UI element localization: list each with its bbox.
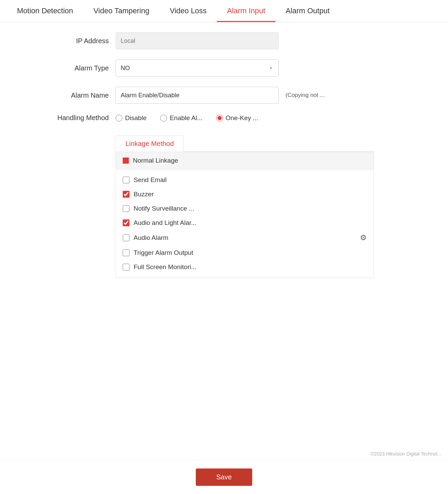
checkbox-label-notify-surveillance: Notify Surveillance ... <box>134 205 367 212</box>
checkbox-item-full-screen-monitor: Full Screen Monitori... <box>123 260 367 274</box>
tab-video-tampering[interactable]: Video Tampering <box>83 0 159 22</box>
checkbox-item-audio-light-alarm: Audio and Light Alar... <box>123 216 367 230</box>
radio-disable[interactable]: Disable <box>116 114 147 122</box>
checkbox-list: Send EmailBuzzerNotify Surveillance ...A… <box>116 169 374 278</box>
checkbox-item-buzzer: Buzzer <box>123 187 367 201</box>
linkage-panel: Linkage Method Normal Linkage Send Email… <box>116 135 374 278</box>
normal-linkage-label: Normal Linkage <box>133 157 178 164</box>
linkage-method-row: Linkage Method Normal Linkage Send Email… <box>116 132 448 278</box>
checkbox-item-trigger-alarm-output: Trigger Alarm Output <box>123 246 367 260</box>
checkbox-label-buzzer: Buzzer <box>134 191 367 198</box>
linkage-method-tab[interactable]: Linkage Method <box>116 135 184 152</box>
radio-one-key[interactable]: One-Key ... <box>216 114 258 122</box>
checkbox-item-audio-alarm: Audio Alarm⚙ <box>123 230 367 246</box>
checkbox-full-screen-monitor[interactable] <box>123 264 130 270</box>
copy-note: (Copying not ... <box>286 92 325 99</box>
alarm-name-label: Alarm Name <box>34 92 116 99</box>
ip-address-control <box>116 32 279 49</box>
checkbox-label-audio-alarm: Audio Alarm <box>134 234 356 242</box>
checkbox-item-notify-surveillance: Notify Surveillance ... <box>123 201 367 216</box>
checkbox-label-audio-light-alarm: Audio and Light Alar... <box>134 219 367 227</box>
handling-method-row: Handling Method DisableEnable Al...One-K… <box>34 114 448 122</box>
tab-alarm-output[interactable]: Alarm Output <box>275 0 340 22</box>
alarm-type-control: NONC <box>116 60 279 77</box>
checkbox-item-send-email: Send Email <box>123 173 367 187</box>
tab-bar: Motion DetectionVideo TamperingVideo Los… <box>0 0 448 22</box>
handling-method-label: Handling Method <box>34 114 116 122</box>
checkbox-trigger-alarm-output[interactable] <box>123 249 130 256</box>
alarm-type-row: Alarm Type NONC <box>34 60 448 77</box>
checkbox-label-trigger-alarm-output: Trigger Alarm Output <box>134 249 367 257</box>
alarm-type-select[interactable]: NONC <box>116 60 279 77</box>
form-area: IP Address Alarm Type NONC Alarm Name (C… <box>0 22 448 298</box>
checkbox-buzzer[interactable] <box>123 191 130 198</box>
handling-method-control: DisableEnable Al...One-Key ... <box>116 114 258 122</box>
alarm-name-row: Alarm Name (Copying not ... <box>34 87 448 104</box>
save-area: Save <box>0 460 448 494</box>
tab-alarm-input[interactable]: Alarm Input <box>217 0 276 22</box>
save-button[interactable]: Save <box>196 468 252 486</box>
linkage-body: Normal Linkage Send EmailBuzzerNotify Su… <box>116 152 374 278</box>
checkbox-notify-surveillance[interactable] <box>123 205 130 212</box>
ip-address-input[interactable] <box>116 32 279 49</box>
checkbox-audio-light-alarm[interactable] <box>123 219 130 226</box>
alarm-name-input[interactable] <box>116 87 279 104</box>
linkage-tab-bar: Linkage Method <box>116 135 374 152</box>
checkbox-audio-alarm[interactable] <box>123 234 130 241</box>
checkbox-label-send-email: Send Email <box>134 176 367 184</box>
normal-linkage-header: Normal Linkage <box>116 152 374 169</box>
checkbox-label-full-screen-monitor: Full Screen Monitori... <box>134 263 367 271</box>
normal-linkage-icon <box>123 158 129 164</box>
ip-address-label: IP Address <box>34 37 116 45</box>
ip-address-row: IP Address <box>34 32 448 49</box>
footer-copyright: ©2023 Hikvision Digital Technol... <box>371 451 441 457</box>
checkbox-send-email[interactable] <box>123 177 130 183</box>
alarm-name-control: (Copying not ... <box>116 87 325 104</box>
tab-video-loss[interactable]: Video Loss <box>159 0 217 22</box>
gear-icon-audio-alarm[interactable]: ⚙ <box>360 233 367 242</box>
alarm-type-label: Alarm Type <box>34 64 116 72</box>
radio-enable-al[interactable]: Enable Al... <box>160 114 202 122</box>
tab-motion-detection[interactable]: Motion Detection <box>7 0 83 22</box>
